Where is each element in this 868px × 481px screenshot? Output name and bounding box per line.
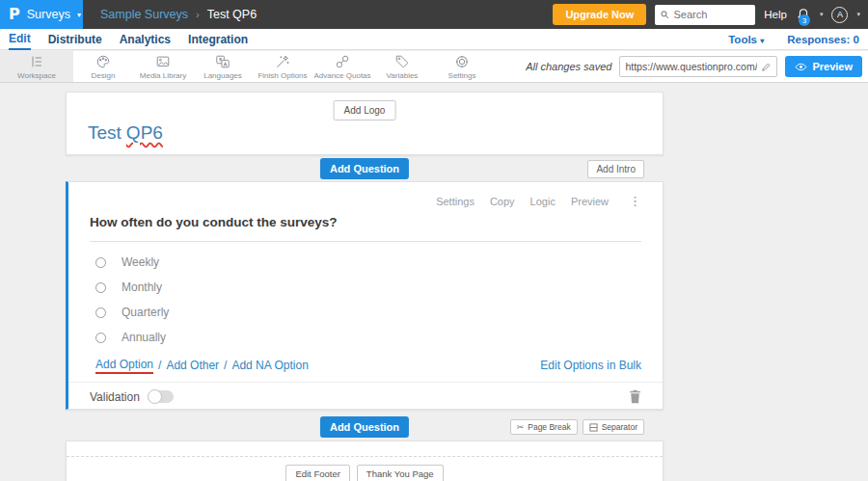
chevron-down-icon: ▾ bbox=[77, 11, 81, 19]
radio-icon[interactable] bbox=[95, 307, 106, 318]
edit-footer-button[interactable]: Edit Footer bbox=[285, 465, 349, 481]
answer-options-list: Weekly Monthly Quarterly Annually bbox=[90, 250, 641, 350]
palette-icon bbox=[95, 54, 111, 69]
radio-icon[interactable] bbox=[95, 333, 106, 343]
page-break-label: Page Break bbox=[528, 422, 570, 432]
add-logo-button[interactable]: Add Logo bbox=[334, 100, 396, 120]
delete-question-button[interactable] bbox=[629, 389, 641, 404]
upgrade-now-button[interactable]: Upgrade Now bbox=[553, 4, 646, 25]
toolbar-item-languages[interactable]: Languages bbox=[193, 51, 253, 82]
toolbar-item-settings[interactable]: Settings bbox=[432, 51, 492, 82]
link-separator: / bbox=[158, 359, 161, 372]
surveys-menu[interactable]: P Surveys ▾ bbox=[0, 0, 83, 29]
survey-title[interactable]: TestQP6 bbox=[88, 122, 163, 144]
toolbar-item-label: Languages bbox=[203, 71, 242, 80]
search-icon bbox=[660, 9, 669, 20]
chevron-down-icon[interactable]: ▾ bbox=[820, 11, 824, 18]
tab-integration[interactable]: Integration bbox=[188, 30, 248, 49]
search-input[interactable] bbox=[674, 9, 751, 20]
separator-label: Separator bbox=[602, 422, 637, 432]
survey-editor-app: P Surveys ▾ Sample Surveys › Test QP6 Up… bbox=[0, 0, 868, 481]
avatar[interactable]: A bbox=[831, 7, 848, 23]
answer-option-label[interactable]: Monthly bbox=[122, 281, 162, 294]
validation-toggle[interactable] bbox=[148, 390, 174, 403]
toolbar-item-advance-quotas[interactable]: Advance Quotas bbox=[312, 51, 372, 82]
question-text[interactable]: How often do you conduct the surveys? bbox=[90, 215, 641, 242]
radio-icon[interactable] bbox=[95, 257, 106, 268]
help-link[interactable]: Help bbox=[764, 9, 787, 20]
radio-icon[interactable] bbox=[95, 282, 106, 293]
answer-option-label[interactable]: Quarterly bbox=[122, 306, 169, 319]
tab-distribute[interactable]: Distribute bbox=[48, 30, 102, 49]
answer-option-row: Quarterly bbox=[90, 300, 641, 325]
toolbar-item-label: Variables bbox=[387, 71, 419, 80]
toolbar-item-label: Workspace bbox=[17, 71, 56, 80]
question-copy-link[interactable]: Copy bbox=[490, 196, 515, 207]
validation-label: Validation bbox=[90, 390, 140, 404]
tools-menu[interactable]: Tools ▾ bbox=[728, 34, 764, 45]
edit-url-button[interactable] bbox=[761, 62, 772, 72]
add-na-option-link[interactable]: Add NA Option bbox=[231, 359, 308, 372]
toolbar-item-design[interactable]: Design bbox=[73, 51, 133, 82]
toolbar-item-workspace[interactable]: Workspace bbox=[0, 51, 73, 82]
toolbar-item-label: Finish Options bbox=[258, 71, 307, 80]
add-question-button-top[interactable]: Add Question bbox=[320, 158, 409, 179]
search-box[interactable] bbox=[655, 5, 755, 25]
eye-icon bbox=[795, 62, 807, 72]
question-preview-link[interactable]: Preview bbox=[571, 196, 609, 207]
answer-option-row: Monthly bbox=[90, 275, 641, 300]
add-option-link[interactable]: Add Option bbox=[95, 358, 153, 374]
preview-button[interactable]: Preview bbox=[785, 56, 862, 77]
tag-icon bbox=[394, 54, 410, 69]
question-logic-link[interactable]: Logic bbox=[530, 196, 556, 207]
survey-url-field[interactable] bbox=[619, 56, 777, 77]
questionpro-logo: P bbox=[9, 7, 20, 22]
toolbar-item-finish-options[interactable]: Finish Options bbox=[253, 51, 312, 82]
wand-icon bbox=[275, 54, 290, 69]
breadcrumb-parent[interactable]: Sample Surveys bbox=[100, 8, 188, 21]
toolbar-right-group: All changes saved Preview bbox=[526, 51, 868, 82]
breadcrumb: Sample Surveys › Test QP6 bbox=[100, 8, 257, 21]
gear-icon bbox=[454, 54, 470, 69]
chain-icon bbox=[335, 54, 350, 69]
chevron-down-icon[interactable]: ▾ bbox=[856, 11, 860, 18]
responses-count[interactable]: Responses: 0 bbox=[787, 34, 859, 45]
edit-options-in-bulk-link[interactable]: Edit Options in Bulk bbox=[540, 359, 641, 372]
survey-canvas: Add Logo TestQP6 Add Question Add Intro … bbox=[66, 92, 664, 481]
separator-icon bbox=[589, 423, 598, 432]
surveys-menu-label: Surveys bbox=[27, 8, 70, 21]
question-settings-link[interactable]: Settings bbox=[436, 196, 475, 207]
add-question-button-bottom[interactable]: Add Question bbox=[320, 416, 409, 438]
workspace-icon bbox=[29, 54, 44, 69]
option-links-row: Add Option / Add Other / Add NA Option E… bbox=[90, 358, 641, 373]
question-card: Q1 Settings Copy Logic Preview ⋮ How oft… bbox=[66, 181, 664, 410]
answer-option-row: Weekly bbox=[90, 250, 641, 275]
image-icon bbox=[155, 54, 171, 69]
chevron-down-icon: ▾ bbox=[760, 37, 764, 45]
toolbar-item-label: Advance Quotas bbox=[313, 71, 370, 80]
breadcrumb-current: Test QP6 bbox=[207, 8, 257, 21]
tab-edit[interactable]: Edit bbox=[9, 29, 31, 50]
nav-right-group: Tools ▾ Responses: 0 bbox=[728, 34, 859, 45]
breadcrumb-separator-icon: › bbox=[196, 9, 200, 20]
insert-strip-bottom: Add Question ✂Page Break Separator bbox=[66, 410, 664, 441]
page-break-button[interactable]: ✂Page Break bbox=[510, 419, 578, 435]
add-intro-button[interactable]: Add Intro bbox=[587, 160, 644, 178]
question-footer: Validation bbox=[68, 382, 663, 410]
answer-option-label[interactable]: Weekly bbox=[122, 255, 159, 269]
add-other-link[interactable]: Add Other bbox=[166, 359, 219, 372]
answer-option-label[interactable]: Annually bbox=[122, 331, 166, 344]
toolbar-item-variables[interactable]: Variables bbox=[372, 51, 432, 82]
strip-right-group: ✂Page Break Separator bbox=[510, 419, 644, 435]
survey-header-card: Add Logo TestQP6 bbox=[66, 92, 664, 155]
thank-you-page-button[interactable]: Thank You Page bbox=[357, 465, 444, 481]
survey-title-word-misspelled: QP6 bbox=[126, 122, 163, 143]
toolbar-item-media-library[interactable]: Media Library bbox=[133, 51, 193, 82]
notifications-button[interactable]: 3 bbox=[796, 7, 811, 22]
kebab-menu-icon[interactable]: ⋮ bbox=[629, 195, 641, 207]
survey-title-word: Test bbox=[88, 122, 122, 143]
toggle-knob bbox=[148, 389, 162, 404]
tab-analytics[interactable]: Analytics bbox=[120, 30, 171, 49]
separator-button[interactable]: Separator bbox=[583, 419, 644, 435]
survey-url-input[interactable] bbox=[625, 61, 757, 72]
